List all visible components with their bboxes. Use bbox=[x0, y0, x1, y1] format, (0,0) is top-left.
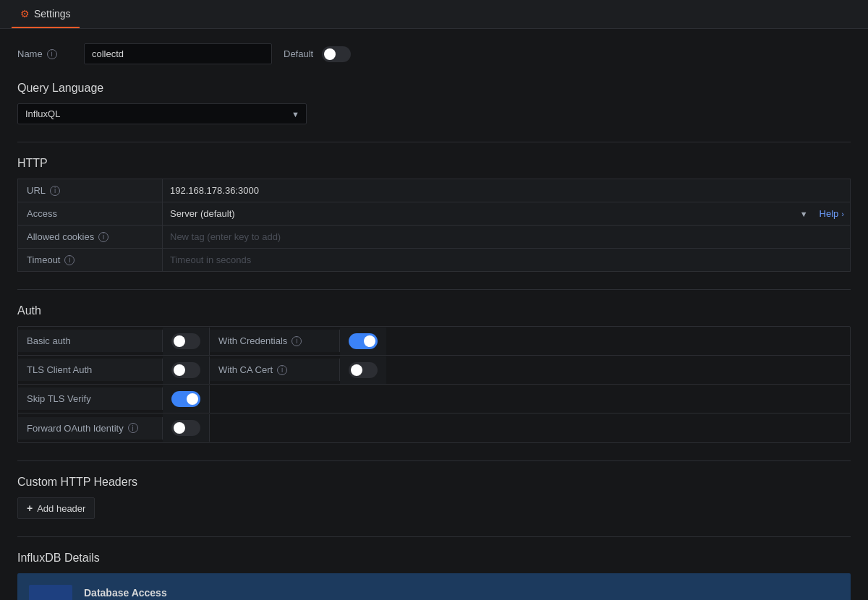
auth-row-tls: TLS Client Auth With CA Cert i bbox=[18, 356, 850, 385]
auth-grid: Basic auth With Credentials i bbox=[17, 326, 851, 443]
settings-tab-icon: ⚙ bbox=[20, 8, 30, 20]
url-label-cell: URL i bbox=[18, 179, 163, 202]
name-info-icon[interactable]: i bbox=[47, 49, 57, 59]
influxdb-details-section: InfluxDB Details i Database Access Setti… bbox=[17, 552, 851, 600]
oauth-label: Forward OAuth Identity bbox=[27, 423, 124, 434]
help-arrow-icon: › bbox=[841, 210, 844, 218]
timeout-info-icon[interactable]: i bbox=[64, 255, 75, 265]
default-toggle-knob bbox=[324, 48, 336, 60]
with-credentials-info-icon[interactable]: i bbox=[292, 336, 302, 346]
divider-1 bbox=[17, 142, 851, 142]
name-input[interactable] bbox=[84, 43, 272, 64]
auth-row-basic: Basic auth With Credentials i bbox=[18, 327, 850, 356]
tls-auth-label: TLS Client Auth bbox=[27, 364, 92, 375]
info-box-icon-wrap: i bbox=[29, 585, 72, 600]
basic-auth-label: Basic auth bbox=[27, 335, 71, 346]
url-info-icon[interactable]: i bbox=[50, 186, 60, 196]
with-ca-cert-label-cell: With CA Cert i bbox=[210, 359, 340, 381]
with-ca-cert-info-icon[interactable]: i bbox=[277, 365, 287, 375]
query-language-select-wrap: InfluxQL Flux ▼ bbox=[17, 103, 307, 124]
with-ca-cert-toggle-cell bbox=[340, 356, 386, 384]
with-ca-cert-label: With CA Cert bbox=[218, 364, 273, 375]
info-box-heading: Database Access bbox=[84, 585, 839, 600]
auth-title: Auth bbox=[17, 304, 851, 317]
http-section: HTTP URL i Access Server (default) Brows… bbox=[17, 157, 851, 272]
default-label: Default bbox=[284, 48, 313, 59]
tls-auth-toggle[interactable] bbox=[171, 362, 200, 378]
oauth-toggle-cell bbox=[163, 414, 210, 442]
tls-auth-toggle-cell bbox=[163, 356, 210, 384]
help-link-text: Help bbox=[820, 208, 839, 219]
url-label: URL bbox=[27, 185, 46, 196]
basic-auth-toggle[interactable] bbox=[171, 333, 200, 349]
allowed-cookies-row: Allowed cookies i bbox=[17, 225, 851, 248]
name-row: Name i Default bbox=[17, 43, 851, 64]
tab-settings[interactable]: ⚙ Settings bbox=[12, 0, 80, 28]
with-credentials-label: With Credentials bbox=[218, 335, 287, 346]
plus-icon: + bbox=[27, 502, 33, 514]
access-label: Access bbox=[27, 208, 57, 219]
access-select-wrap: Server (default) Browser ▼ bbox=[169, 205, 814, 222]
basic-auth-label-cell: Basic auth bbox=[18, 330, 163, 352]
influxdb-details-title: InfluxDB Details bbox=[17, 552, 851, 565]
add-header-button[interactable]: + Add header bbox=[17, 497, 95, 519]
allowed-cookies-input[interactable] bbox=[169, 228, 844, 245]
allowed-cookies-info-icon[interactable]: i bbox=[98, 232, 109, 242]
auth-section: Auth Basic auth With Credentials i bbox=[17, 304, 851, 443]
skip-tls-toggle-cell bbox=[163, 385, 210, 413]
custom-headers-title: Custom HTTP Headers bbox=[17, 476, 851, 489]
skip-tls-label-cell: Skip TLS Verify bbox=[18, 387, 163, 410]
allowed-cookies-value-cell bbox=[163, 226, 850, 248]
timeout-input[interactable] bbox=[169, 252, 844, 268]
access-value-cell: Server (default) Browser ▼ Help › bbox=[163, 202, 850, 225]
default-toggle[interactable] bbox=[322, 46, 351, 62]
tab-settings-label: Settings bbox=[34, 8, 71, 20]
url-input[interactable] bbox=[169, 182, 844, 199]
basic-auth-toggle-cell bbox=[163, 327, 210, 355]
access-select[interactable]: Server (default) Browser bbox=[169, 205, 814, 222]
default-toggle-wrap bbox=[322, 46, 351, 62]
timeout-value-cell bbox=[163, 249, 850, 271]
http-title: HTTP bbox=[17, 157, 851, 170]
name-label: Name i bbox=[17, 48, 75, 59]
divider-4 bbox=[17, 536, 851, 537]
timeout-row: Timeout i bbox=[17, 248, 851, 272]
query-language-section: Query Language InfluxQL Flux ▼ bbox=[17, 82, 851, 124]
timeout-label: Timeout bbox=[27, 254, 60, 265]
divider-3 bbox=[17, 460, 851, 461]
add-header-label: Add header bbox=[37, 503, 85, 514]
with-credentials-toggle[interactable] bbox=[349, 333, 378, 349]
access-help-link[interactable]: Help › bbox=[820, 208, 844, 219]
divider-2 bbox=[17, 289, 851, 290]
access-label-cell: Access bbox=[18, 202, 163, 225]
default-toggle-slider bbox=[322, 46, 351, 62]
skip-tls-toggle[interactable] bbox=[171, 391, 200, 407]
allowed-cookies-label-cell: Allowed cookies i bbox=[18, 226, 163, 248]
timeout-label-cell: Timeout i bbox=[18, 249, 163, 271]
with-ca-cert-toggle[interactable] bbox=[349, 362, 378, 378]
url-row: URL i bbox=[17, 179, 851, 202]
url-value-cell bbox=[163, 179, 850, 202]
influxdb-info-box: i Database Access Setting the database f… bbox=[17, 573, 851, 600]
tab-bar: ⚙ Settings bbox=[0, 0, 868, 29]
with-credentials-label-cell: With Credentials i bbox=[210, 330, 340, 352]
access-row: Access Server (default) Browser ▼ Help › bbox=[17, 202, 851, 225]
query-language-title: Query Language bbox=[17, 82, 851, 95]
allowed-cookies-label: Allowed cookies bbox=[27, 231, 94, 242]
oauth-label-cell: Forward OAuth Identity i bbox=[18, 417, 163, 440]
oauth-toggle[interactable] bbox=[171, 420, 200, 436]
query-language-select[interactable]: InfluxQL Flux bbox=[17, 103, 307, 124]
oauth-info-icon[interactable]: i bbox=[128, 423, 138, 433]
info-box-content: Database Access Setting the database for… bbox=[84, 585, 839, 600]
tls-auth-label-cell: TLS Client Auth bbox=[18, 359, 163, 381]
skip-tls-label: Skip TLS Verify bbox=[27, 393, 91, 404]
main-content: Name i Default Query Language InfluxQL F… bbox=[0, 29, 868, 600]
auth-row-skip-tls: Skip TLS Verify bbox=[18, 385, 850, 413]
custom-headers-section: Custom HTTP Headers + Add header bbox=[17, 476, 851, 519]
auth-row-oauth: Forward OAuth Identity i bbox=[18, 413, 850, 442]
with-credentials-toggle-cell bbox=[340, 327, 386, 355]
